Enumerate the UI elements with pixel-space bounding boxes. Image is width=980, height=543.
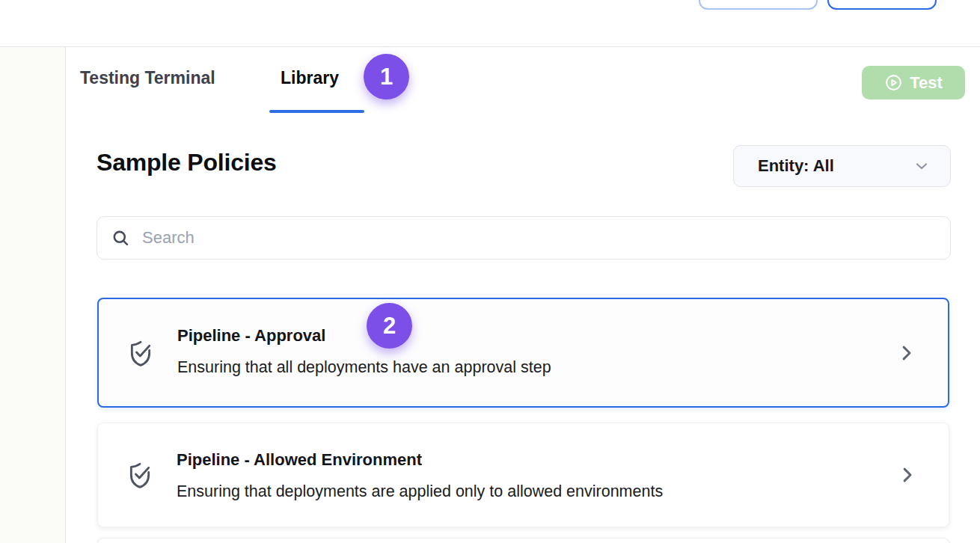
test-button-label: Test — [910, 73, 943, 93]
policy-title: Pipeline - Allowed Environment — [177, 450, 422, 470]
next-policy-card-partial[interactable] — [97, 538, 949, 543]
shield-check-icon — [126, 334, 156, 372]
topbar-divider — [0, 46, 980, 47]
page-title: Sample Policies — [97, 149, 277, 177]
policy-description: Ensuring that all deployments have an ap… — [177, 358, 551, 377]
policy-card-pipeline-allowed-environment[interactable]: Pipeline - Allowed Environment Ensuring … — [97, 423, 949, 527]
discard-button[interactable]: Discard — [827, 0, 937, 10]
plus-icon: + — [732, 0, 742, 2]
sidebar-strip — [0, 47, 66, 543]
discard-button-label: Discard — [853, 0, 910, 2]
search-icon — [111, 228, 131, 248]
save-button-label: Save — [748, 0, 785, 2]
shield-check-icon — [125, 456, 155, 494]
tab-testing-terminal[interactable]: Testing Terminal — [80, 68, 215, 88]
chevron-right-icon — [896, 343, 916, 363]
entity-filter-dropdown[interactable]: Entity: All — [733, 145, 951, 187]
step-badge-2: 2 — [367, 303, 412, 349]
search-input[interactable] — [131, 217, 950, 259]
search-box — [97, 216, 951, 260]
step-badge-1: 1 — [364, 54, 409, 99]
policy-title: Pipeline - Approval — [177, 326, 325, 346]
chevron-right-icon — [897, 465, 917, 485]
policy-description: Ensuring that deployments are applied on… — [177, 482, 663, 501]
policy-card-pipeline-approval[interactable]: Pipeline - Approval Ensuring that all de… — [97, 298, 949, 408]
entity-filter-value: Entity: All — [758, 156, 834, 176]
active-tab-underline — [269, 110, 364, 113]
tab-library[interactable]: Library — [281, 68, 339, 88]
circle-play-icon — [884, 73, 903, 92]
save-button[interactable]: + Save — [699, 0, 818, 10]
test-button[interactable]: Test — [862, 66, 965, 99]
chevron-down-icon — [913, 157, 931, 175]
